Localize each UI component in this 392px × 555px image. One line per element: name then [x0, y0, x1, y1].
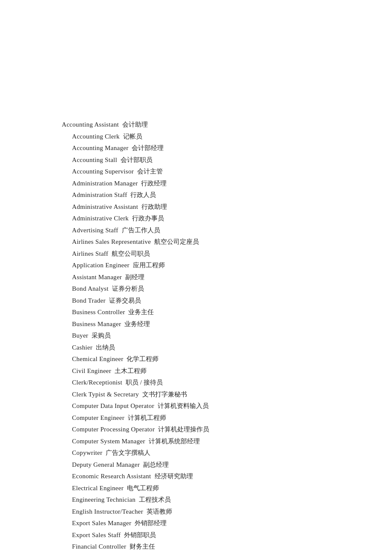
job-chinese: 航空公司职员: [112, 249, 150, 260]
list-item: Export Sales Manager外销部经理: [62, 518, 392, 529]
job-english: Accounting Stall: [72, 155, 117, 166]
job-english: Economic Research Assistant: [72, 471, 151, 482]
job-english: Administration Manager: [72, 178, 138, 189]
job-english: Administrative Clerk: [72, 213, 129, 224]
job-english: English Instructor/Teacher: [72, 506, 143, 517]
job-chinese: 英语教师: [147, 506, 172, 517]
job-chinese: 计算机处理操作员: [158, 424, 209, 435]
list-item: Administration Manager行政经理: [62, 178, 392, 189]
job-chinese: 证券交易员: [109, 295, 141, 306]
list-item: Administrative Clerk行政办事员: [62, 213, 392, 224]
list-item: Administrative Assistant行政助理: [62, 202, 392, 213]
list-item: Application Engineer应用工程师: [62, 260, 392, 271]
job-english: Financial Controller: [72, 541, 126, 552]
list-item: Civil Engineer土木工程师: [62, 366, 392, 377]
list-item: Bond Analyst证券分析员: [62, 283, 392, 295]
job-english: Computer System Manager: [72, 436, 145, 447]
job-chinese: 职员 / 接待员: [126, 377, 163, 388]
job-chinese: 证券分析员: [112, 283, 144, 295]
job-english: Deputy General Manager: [72, 460, 140, 471]
job-chinese: 行政经理: [141, 178, 167, 189]
job-english: Administration Staff: [72, 190, 127, 201]
job-english: Accounting Assistant: [62, 119, 119, 130]
list-item: Export Sales Staff外销部职员: [62, 530, 392, 541]
job-chinese: 外销部经理: [135, 518, 167, 529]
job-english: Accounting Manager: [72, 143, 128, 154]
job-chinese: 出纳员: [96, 342, 115, 353]
job-chinese: 计算机资料输入员: [158, 401, 209, 412]
job-chinese: 广告文字撰稿人: [106, 448, 150, 459]
job-english: Export Sales Manager: [72, 518, 131, 529]
job-chinese: 业务主任: [128, 307, 154, 318]
job-chinese: 计算机系统部经理: [149, 436, 200, 447]
list-item: Economic Research Assistant经济研究助理: [62, 471, 392, 482]
job-chinese: 会计部经理: [132, 143, 164, 154]
list-item: Engineering Technician工程技术员: [62, 494, 392, 506]
job-chinese: 采购员: [92, 330, 111, 341]
job-english: Assistant Manager: [72, 272, 122, 283]
job-chinese: 副经理: [125, 272, 144, 283]
job-chinese: 会计助理: [122, 119, 148, 130]
job-english: Copywriter: [72, 448, 102, 459]
job-english: Cashier: [72, 342, 92, 353]
job-chinese: 业务经理: [124, 319, 150, 330]
job-chinese: 应用工程师: [133, 260, 165, 271]
job-english: Clerk/Receptionist: [72, 377, 122, 388]
job-english: Bond Trader: [72, 295, 106, 306]
job-chinese: 会计部职员: [121, 155, 153, 166]
job-chinese: 化学工程师: [127, 354, 159, 365]
job-english: Computer Processing Operator: [72, 424, 155, 435]
job-english: Bond Analyst: [72, 283, 109, 295]
job-chinese: 行政人员: [130, 190, 156, 201]
job-english: Clerk Typist & Secretary: [72, 389, 139, 400]
job-english: Electrical Engineer: [72, 483, 124, 494]
job-english: Engineering Technician: [72, 494, 135, 506]
list-item: Financial Controller财务主任: [62, 541, 392, 552]
job-chinese: 计算机工程师: [128, 413, 166, 424]
job-chinese: 工程技术员: [139, 494, 171, 506]
list-item: English Instructor/Teacher英语教师: [62, 506, 392, 517]
job-english: Buyer: [72, 330, 88, 341]
job-english: Administrative Assistant: [72, 202, 138, 213]
job-chinese: 文书打字兼秘书: [142, 389, 187, 400]
job-english: Computer Engineer: [72, 413, 124, 424]
job-english: Civil Engineer: [72, 366, 111, 377]
job-english: Advertising Staff: [72, 225, 118, 236]
list-item: Buyer采购员: [62, 330, 392, 341]
job-chinese: 行政助理: [141, 202, 167, 213]
job-english: Application Engineer: [72, 260, 130, 271]
list-item: Computer Processing Operator计算机处理操作员: [62, 424, 392, 435]
list-item: Clerk Typist & Secretary文书打字兼秘书: [62, 389, 392, 400]
job-english: Chemical Engineer: [72, 354, 123, 365]
list-item: Business Controller业务主任: [62, 307, 392, 318]
list-item: Computer Data Input Operator计算机资料输入员: [62, 401, 392, 412]
list-item: Copywriter广告文字撰稿人: [62, 448, 392, 459]
list-item: Accounting Stall会计部职员: [62, 155, 392, 166]
job-chinese: 外销部职员: [124, 530, 156, 541]
job-list: Accounting Assistant会计助理Accounting Clerk…: [62, 119, 392, 552]
list-item: Chemical Engineer化学工程师: [62, 354, 392, 365]
list-item: Advertising Staff广告工作人员: [62, 225, 392, 236]
job-english: Airlines Sales Representative: [72, 237, 151, 248]
list-item: Computer System Manager计算机系统部经理: [62, 436, 392, 447]
job-english: Accounting Clerk: [72, 131, 120, 142]
job-english: Business Controller: [72, 307, 125, 318]
job-chinese: 经济研究助理: [155, 471, 193, 482]
list-item: Airlines Sales Representative航空公司定座员: [62, 237, 392, 248]
job-chinese: 会计主管: [137, 166, 163, 177]
list-item: Electrical Engineer电气工程师: [62, 483, 392, 494]
job-english: Airlines Staff: [72, 249, 108, 260]
job-chinese: 副总经理: [143, 460, 169, 471]
list-item: Administration Staff行政人员: [62, 190, 392, 201]
list-item: Cashier出纳员: [62, 342, 392, 353]
job-chinese: 行政办事员: [132, 213, 164, 224]
list-item: Accounting Supervisor会计主管: [62, 166, 392, 177]
list-item: Clerk/Receptionist职员 / 接待员: [62, 377, 392, 388]
list-item: Assistant Manager副经理: [62, 272, 392, 283]
job-chinese: 土木工程师: [115, 366, 147, 377]
list-item: Bond Trader证券交易员: [62, 295, 392, 306]
list-item: Computer Engineer计算机工程师: [62, 413, 392, 424]
job-english: Business Manager: [72, 319, 121, 330]
list-item: Business Manager业务经理: [62, 319, 392, 330]
job-english: Export Sales Staff: [72, 530, 121, 541]
